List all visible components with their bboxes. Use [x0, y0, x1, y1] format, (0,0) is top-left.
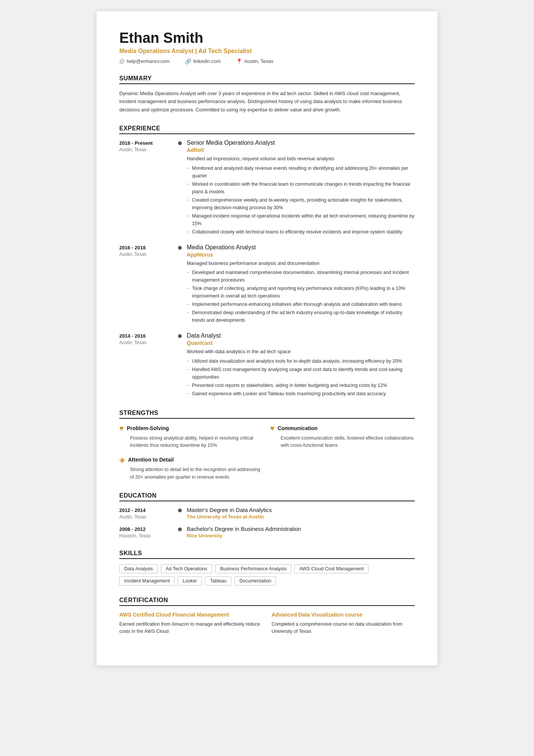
- skill-tag: Looker: [178, 576, 202, 585]
- strengths-heading: STRENGTHS: [119, 410, 415, 419]
- exp-left: 2014 - 2016Austin, Texas: [119, 332, 180, 398]
- header: Ethan Smith Media Operations Analyst | A…: [119, 30, 415, 64]
- exp-desc: Worked with data analytics in the ad tec…: [187, 348, 415, 355]
- strength-item: ♥ Communication Excellent communication …: [270, 424, 415, 449]
- exp-right: Media Operations Analyst AppNexus Manage…: [180, 244, 415, 325]
- skill-tag: Business Performance Analysis: [215, 564, 291, 573]
- strength-header: ◈ Attention to Detail: [119, 455, 264, 464]
- exp-role: Senior Media Operations Analyst: [187, 139, 415, 146]
- skill-tag: Incident Management: [119, 576, 175, 585]
- list-item: Developed and maintained comprehensive d…: [187, 269, 415, 284]
- list-item: Monitored and analyzed daily revenue eve…: [187, 164, 415, 180]
- list-item: Utilized data visualization and analytic…: [187, 357, 415, 365]
- education-heading: EDUCATION: [119, 492, 415, 501]
- exp-location: Austin, Texas: [119, 340, 180, 345]
- list-item: Took charge of collecting, analyzing and…: [187, 285, 415, 300]
- strength-header: ♥ Problem-Solving: [119, 424, 264, 433]
- exp-dates: 2014 - 2016: [119, 333, 180, 339]
- list-item: Handled AWS cost management by analyzing…: [187, 366, 415, 381]
- certification-heading: CERTIFICATION: [119, 597, 415, 606]
- exp-bullets: Developed and maintained comprehensive d…: [187, 269, 415, 324]
- edu-dates: 2012 - 2014: [119, 507, 180, 513]
- exp-location: Austin, Texas: [119, 147, 180, 152]
- strength-desc: Excellent communication skills, fostered…: [270, 435, 415, 449]
- edu-dates: 2008 - 2012: [119, 526, 180, 532]
- exp-dates: 2016 - 2018: [119, 245, 180, 250]
- edu-degree: Master's Degree in Data Analytics: [187, 507, 415, 513]
- list-item: Demonstrated deep understanding of the a…: [187, 309, 415, 324]
- location-value: Austin, Texas: [244, 58, 273, 64]
- resume-container: Ethan Smith Media Operations Analyst | A…: [97, 11, 437, 665]
- education-item: 2008 - 2012Houston, Texas Bachelor's Deg…: [119, 526, 415, 538]
- email-value: help@enhancv.com: [126, 58, 170, 64]
- strength-icon: ♥: [119, 424, 124, 433]
- summary-heading: SUMMARY: [119, 75, 415, 84]
- certification-item: Advanced Data Visualization course Compl…: [272, 611, 415, 635]
- strength-title: Attention to Detail: [128, 457, 174, 463]
- experience-item: 2014 - 2016Austin, Texas Data Analyst Qu…: [119, 332, 415, 398]
- cert-title: Advanced Data Visualization course: [272, 611, 415, 619]
- exp-company: Quantcast: [187, 340, 415, 346]
- exp-company: AdRoll: [187, 147, 415, 153]
- strengths-grid: ♥ Problem-Solving Possess strong analyti…: [119, 424, 415, 481]
- summary-section: SUMMARY Dynamic Media Operations Analyst…: [119, 75, 415, 114]
- exp-company: AppNexus: [187, 252, 415, 258]
- exp-bullets: Monitored and analyzed daily revenue eve…: [187, 164, 415, 236]
- list-item: Gained experience with Looker and Tablea…: [187, 390, 415, 398]
- skill-tag: AWS Cloud Cost Management: [294, 564, 368, 573]
- strengths-section: STRENGTHS ♥ Problem-Solving Possess stro…: [119, 410, 415, 481]
- skill-tag: Documentation: [234, 576, 276, 585]
- list-item: Created comprehensive weekly and bi-week…: [187, 196, 415, 211]
- experience-list: 2018 - PresentAustin, Texas Senior Media…: [119, 139, 415, 398]
- exp-location: Austin, Texas: [119, 252, 180, 257]
- cert-grid: AWS Certified Cloud Financial Management…: [119, 611, 415, 635]
- exp-right: Senior Media Operations Analyst AdRoll H…: [180, 139, 415, 236]
- skill-tag: Ad Tech Operations: [161, 564, 212, 573]
- summary-text: Dynamic Media Operations Analyst with ov…: [119, 89, 415, 114]
- exp-dates: 2018 - Present: [119, 140, 180, 146]
- edu-location: Houston, Texas: [119, 533, 180, 538]
- strength-title: Problem-Solving: [127, 425, 169, 431]
- cert-desc: Completed a comprehensive course on data…: [272, 621, 415, 635]
- strength-desc: Strong attention to detail led to the re…: [119, 466, 264, 481]
- experience-item: 2018 - PresentAustin, Texas Senior Media…: [119, 139, 415, 236]
- candidate-title: Media Operations Analyst | Ad Tech Speci…: [119, 48, 415, 55]
- cert-desc: Earned certification from Amazon to mana…: [119, 621, 262, 635]
- exp-right: Data Analyst Quantcast Worked with data …: [180, 332, 415, 398]
- list-item: Worked in coordination with the financia…: [187, 180, 415, 196]
- exp-left: 2018 - PresentAustin, Texas: [119, 139, 180, 236]
- edu-left: 2012 - 2014Austin, Texas: [119, 507, 180, 520]
- location-contact: 📍 Austin, Texas: [236, 58, 273, 64]
- education-item: 2012 - 2014Austin, Texas Master's Degree…: [119, 507, 415, 520]
- edu-left: 2008 - 2012Houston, Texas: [119, 526, 180, 538]
- list-item: Presented cost reports to stakeholders, …: [187, 382, 415, 389]
- edu-school: Rice University: [187, 533, 415, 538]
- exp-bullets: Utilized data visualization and analytic…: [187, 357, 415, 398]
- linkedin-contact: 🔗 linkedin.com: [185, 58, 220, 64]
- skills-section: SKILLS Data AnalysisAd Tech OperationsBu…: [119, 550, 415, 585]
- experience-section: EXPERIENCE 2018 - PresentAustin, Texas S…: [119, 125, 415, 398]
- exp-role: Media Operations Analyst: [187, 244, 415, 251]
- cert-title: AWS Certified Cloud Financial Management: [119, 611, 262, 619]
- skill-tag: Data Analysis: [119, 564, 158, 573]
- skills-row: Data AnalysisAd Tech OperationsBusiness …: [119, 564, 415, 585]
- linkedin-value: linkedin.com: [193, 58, 220, 64]
- list-item: Implemented performance-enhancing initia…: [187, 301, 415, 308]
- location-icon: 📍: [236, 58, 242, 64]
- strength-header: ♥ Communication: [270, 424, 415, 433]
- certification-item: AWS Certified Cloud Financial Management…: [119, 611, 262, 635]
- exp-desc: Managed business performance analysis an…: [187, 260, 415, 267]
- certification-section: CERTIFICATION AWS Certified Cloud Financ…: [119, 597, 415, 635]
- skill-tag: Tableau: [205, 576, 231, 585]
- exp-left: 2016 - 2018Austin, Texas: [119, 244, 180, 325]
- email-contact: @ help@enhancv.com: [119, 58, 170, 64]
- edu-right: Master's Degree in Data Analytics The Un…: [180, 507, 415, 520]
- strength-icon: ◈: [119, 455, 125, 464]
- education-section: EDUCATION 2012 - 2014Austin, Texas Maste…: [119, 492, 415, 538]
- email-icon: @: [119, 58, 125, 64]
- strength-title: Communication: [278, 425, 318, 431]
- contact-row: @ help@enhancv.com 🔗 linkedin.com 📍 Aust…: [119, 58, 415, 64]
- exp-desc: Handled ad impressions, request volume a…: [187, 155, 415, 163]
- exp-role: Data Analyst: [187, 332, 415, 339]
- strength-desc: Possess strong analytical ability, helpe…: [119, 435, 264, 449]
